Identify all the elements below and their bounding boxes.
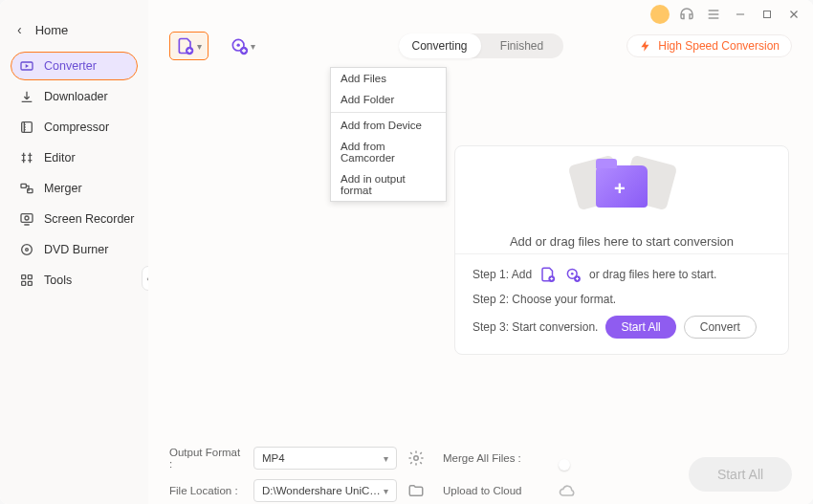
sidebar: ‹ Home Converter Downloader Compressor [0, 0, 148, 504]
drop-hero: + Add or drag files here to start conver… [455, 146, 788, 253]
sidebar-item-downloader[interactable]: Downloader [11, 82, 137, 111]
converter-icon [19, 58, 34, 74]
sidebar-item-label: Compressor [44, 121, 109, 134]
support-icon[interactable] [677, 5, 696, 24]
home-label: Home [35, 23, 69, 37]
chevron-down-icon: ▾ [251, 41, 255, 52]
sidebar-item-label: Merger [44, 182, 82, 195]
start-all-button[interactable]: Start All [689, 457, 792, 492]
chevron-down-icon: ▾ [197, 41, 202, 52]
step-1-row: Step 1: Add or drag files here to start. [472, 266, 771, 283]
app-window: ‹ Home Converter Downloader Compressor [0, 0, 813, 504]
svg-point-5 [25, 216, 29, 220]
svg-point-6 [22, 245, 33, 255]
tab-converting[interactable]: Converting [399, 33, 481, 58]
step3-text: Step 3: Start conversion. [472, 320, 598, 334]
content: + Add or drag files here to start conver… [148, 63, 813, 435]
footer: Output Format : MP4 ▾ Merge All Files : … [148, 435, 813, 504]
menu-add-from-camcorder[interactable]: Add from Camcorder [331, 136, 446, 168]
cloud-icon[interactable] [558, 481, 577, 500]
svg-rect-8 [22, 275, 26, 279]
file-location-select[interactable]: D:\Wondershare UniConverter 1 ▾ [253, 479, 397, 502]
svg-rect-11 [28, 281, 32, 285]
drop-panel[interactable]: + Add or drag files here to start conver… [454, 145, 789, 355]
svg-rect-2 [21, 184, 26, 187]
maximize-icon[interactable] [758, 5, 777, 24]
dvd-burner-icon [19, 242, 34, 257]
steps-panel: Step 1: Add or drag files here to start.… [455, 253, 788, 354]
plus-icon: + [614, 178, 626, 200]
sidebar-item-label: DVD Burner [44, 243, 108, 256]
svg-point-7 [26, 249, 29, 252]
menu-add-from-device[interactable]: Add from Device [331, 115, 446, 136]
svg-rect-10 [22, 281, 26, 285]
sidebar-item-editor[interactable]: Editor [11, 143, 137, 172]
menu-add-files[interactable]: Add Files [331, 68, 446, 89]
sidebar-item-label: Converter [44, 59, 97, 73]
screen-recorder-icon [19, 211, 34, 227]
add-files-dropdown: Add Files Add Folder Add from Device Add… [330, 67, 447, 202]
file-location-value: D:\Wondershare UniConverter 1 [262, 485, 384, 496]
tab-finished[interactable]: Finished [481, 33, 563, 58]
menu-separator [331, 112, 446, 113]
downloader-icon [19, 89, 34, 104]
chevron-down-icon: ▾ [384, 486, 388, 496]
open-folder-icon[interactable] [406, 481, 426, 500]
step-2-row: Step 2: Choose your format. [472, 293, 771, 306]
folder-illustration: + [579, 152, 665, 219]
sidebar-item-screen-recorder[interactable]: Screen Recorder [11, 205, 137, 233]
drop-hero-text: Add or drag files here to start conversi… [510, 234, 734, 249]
sidebar-item-tools[interactable]: Tools [11, 266, 137, 295]
toolbar: ▾ ▾ Converting Finished High Speed Conve… [148, 29, 813, 63]
editor-icon [19, 150, 34, 165]
svg-rect-9 [28, 275, 32, 279]
back-chevron-icon[interactable]: ‹ [17, 22, 22, 37]
sidebar-item-converter[interactable]: Converter [11, 52, 137, 80]
add-disc-mini-icon[interactable] [564, 266, 582, 283]
svg-rect-4 [21, 214, 33, 223]
main-area: ▾ ▾ Converting Finished High Speed Conve… [148, 0, 813, 504]
titlebar [148, 0, 813, 29]
tools-icon [19, 273, 34, 288]
sidebar-item-label: Editor [44, 151, 76, 164]
menu-icon[interactable] [704, 5, 723, 24]
format-settings-icon[interactable] [406, 449, 426, 468]
compressor-icon [19, 120, 34, 135]
step2-text: Step 2: Choose your format. [472, 293, 616, 306]
sidebar-item-compressor[interactable]: Compressor [11, 113, 137, 142]
output-format-select[interactable]: MP4 ▾ [253, 447, 397, 470]
add-disc-button[interactable]: ▾ [224, 33, 261, 59]
sidebar-item-label: Screen Recorder [44, 212, 135, 226]
sidebar-item-merger[interactable]: Merger [11, 174, 137, 203]
svg-point-21 [414, 456, 419, 461]
status-tabs: Converting Finished [399, 33, 563, 58]
avatar-icon[interactable] [650, 5, 670, 24]
svg-point-19 [571, 273, 574, 275]
add-files-button[interactable]: ▾ [169, 32, 209, 60]
merge-label: Merge All Files : [443, 452, 548, 464]
close-icon[interactable] [784, 5, 803, 24]
high-speed-badge[interactable]: High Speed Conversion [626, 34, 792, 57]
high-speed-label: High Speed Conversion [658, 39, 780, 53]
convert-pill[interactable]: Convert [684, 316, 757, 339]
menu-add-folder[interactable]: Add Folder [331, 89, 446, 110]
minimize-icon[interactable] [731, 5, 750, 24]
sidebar-item-label: Tools [44, 274, 72, 287]
step1-suffix: or drag files here to start. [589, 268, 716, 281]
output-format-label: Output Format : [169, 447, 244, 470]
svg-point-15 [237, 44, 240, 47]
file-location-label: File Location : [169, 485, 244, 496]
sidebar-item-dvd-burner[interactable]: DVD Burner [11, 235, 137, 264]
step-3-row: Step 3: Start conversion. Start All Conv… [472, 316, 771, 339]
add-file-mini-icon[interactable] [539, 266, 557, 283]
svg-rect-12 [764, 11, 771, 18]
start-all-pill[interactable]: Start All [605, 316, 675, 339]
merger-icon [19, 181, 34, 196]
output-format-value: MP4 [262, 452, 285, 464]
menu-add-in-output-format[interactable]: Add in output format [331, 168, 446, 201]
toolbar-left: ▾ ▾ [169, 32, 261, 60]
lightning-icon [639, 39, 652, 53]
home-row[interactable]: ‹ Home [0, 8, 148, 52]
sidebar-item-label: Downloader [44, 90, 108, 103]
upload-cloud-label: Upload to Cloud [443, 485, 548, 496]
